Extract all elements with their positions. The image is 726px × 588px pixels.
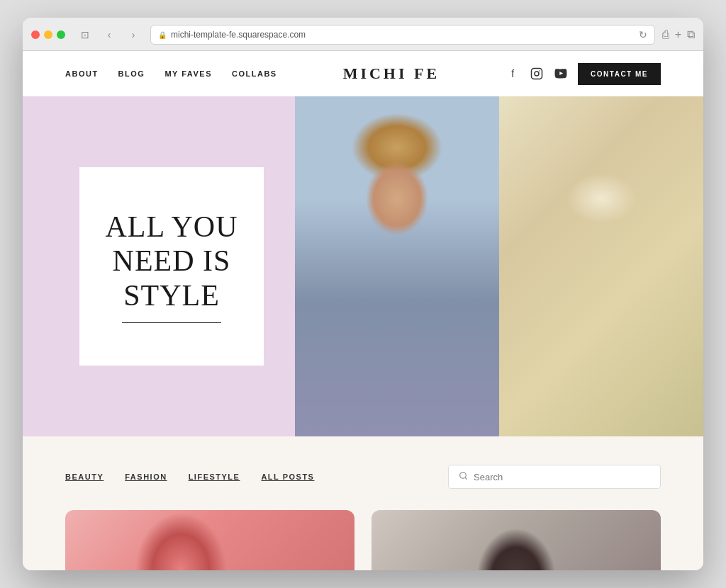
website: ABOUT BLOG MY FAVES COLLABS MICHI FE f [23,51,703,570]
browser-chrome: ⊡ ‹ › 🔒 michi-template-fe.squarespace.co… [23,18,703,51]
window-icon[interactable]: ⧉ [687,28,695,41]
blog-card-1[interactable] [65,510,354,570]
nav-myfaves[interactable]: MY FAVES [164,69,212,78]
svg-point-2 [539,70,540,72]
contact-button[interactable]: CONTACT ME [578,63,661,85]
hero-image-side [499,96,703,436]
search-box[interactable] [448,465,661,489]
forward-button[interactable]: › [123,27,143,43]
search-input[interactable] [474,472,650,482]
nav-about[interactable]: ABOUT [65,69,99,78]
share-icon[interactable]: ⎙ [662,28,669,41]
svg-line-4 [465,477,467,479]
url-text: michi-template-fe.squarespace.com [171,30,306,40]
headline-line2: NEED IS [113,244,231,277]
headline-line1: ALL YOU [105,210,238,243]
filter-all-posts[interactable]: ALL POSTS [261,473,314,481]
site-nav: ABOUT BLOG MY FAVES COLLABS MICHI FE f [23,51,703,96]
blog-cards [65,510,661,570]
browser-actions: ⎙ + ⧉ [662,28,695,41]
filter-lifestyle[interactable]: LIFESTYLE [189,473,240,481]
hero-headline: ALL YOU NEED IS STYLE [105,210,238,312]
back-button[interactable]: ‹ [99,27,119,43]
filter-links: BEAUTY FASHION LIFESTYLE ALL POSTS [65,473,448,481]
instagram-icon[interactable] [530,67,544,81]
browser-controls: ⊡ ‹ › [75,27,143,43]
refresh-icon[interactable]: ↻ [639,29,647,40]
traffic-lights [31,30,65,39]
svg-point-1 [535,72,539,76]
nav-blog[interactable]: BLOG [118,69,145,78]
nav-right: f CONTACT ME [506,63,661,85]
blog-section: BEAUTY FASHION LIFESTYLE ALL POSTS [23,436,703,570]
hero-section: ALL YOU NEED IS STYLE [23,96,703,436]
blog-filters: BEAUTY FASHION LIFESTYLE ALL POSTS [65,465,661,489]
lock-icon: 🔒 [158,31,167,39]
new-tab-icon[interactable]: + [675,28,681,41]
nav-left: ABOUT BLOG MY FAVES COLLABS [65,69,277,78]
search-icon [459,471,468,482]
hero-image-main [295,96,499,436]
headline-line3: STYLE [123,279,220,312]
close-button[interactable] [31,30,40,39]
hero-text-box: ALL YOU NEED IS STYLE [79,167,264,366]
blog-card-2[interactable] [372,510,661,570]
hero-images [295,96,703,436]
svg-rect-0 [532,69,542,79]
facebook-icon[interactable]: f [506,67,520,81]
youtube-icon[interactable] [554,67,568,81]
maximize-button[interactable] [57,30,65,39]
site-brand[interactable]: MICHI FE [277,64,506,83]
browser-window: ⊡ ‹ › 🔒 michi-template-fe.squarespace.co… [23,18,703,570]
minimize-button[interactable] [44,30,52,39]
nav-collabs[interactable]: COLLABS [232,69,277,78]
filter-fashion[interactable]: FASHION [125,473,167,481]
hero-underline [122,322,221,323]
address-bar[interactable]: 🔒 michi-template-fe.squarespace.com ↻ [150,25,655,45]
filter-beauty[interactable]: BEAUTY [65,473,104,481]
tab-switcher-button[interactable]: ⊡ [75,27,95,43]
